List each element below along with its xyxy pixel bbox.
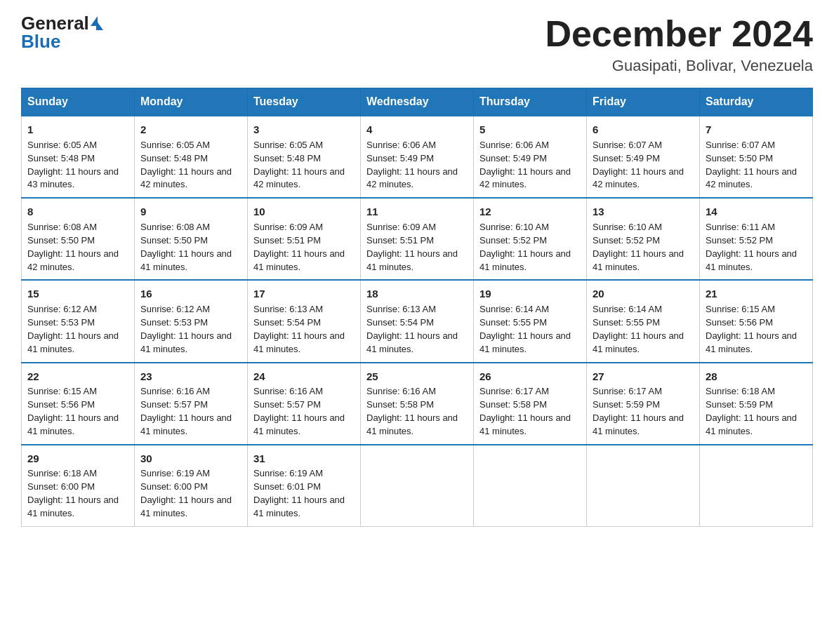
day-info: Sunrise: 6:05 AMSunset: 5:48 PMDaylight:… xyxy=(140,139,241,192)
calendar-cell: 31Sunrise: 6:19 AMSunset: 6:01 PMDayligh… xyxy=(248,445,361,527)
day-number: 26 xyxy=(479,369,581,384)
calendar-cell: 18Sunrise: 6:13 AMSunset: 5:54 PMDayligh… xyxy=(361,280,474,362)
day-info: Sunrise: 6:06 AMSunset: 5:49 PMDaylight:… xyxy=(479,139,581,192)
calendar-cell: 14Sunrise: 6:11 AMSunset: 5:52 PMDayligh… xyxy=(700,198,813,280)
day-info: Sunrise: 6:19 AMSunset: 6:01 PMDaylight:… xyxy=(253,467,355,520)
day-number: 13 xyxy=(593,204,694,220)
calendar-cell xyxy=(361,445,474,527)
calendar-cell: 1Sunrise: 6:05 AMSunset: 5:48 PMDaylight… xyxy=(22,116,135,198)
day-info: Sunrise: 6:16 AMSunset: 5:57 PMDaylight:… xyxy=(253,385,355,438)
day-number: 22 xyxy=(27,369,128,384)
calendar-cell: 13Sunrise: 6:10 AMSunset: 5:52 PMDayligh… xyxy=(587,198,700,280)
day-info: Sunrise: 6:15 AMSunset: 5:56 PMDaylight:… xyxy=(706,303,807,356)
day-info: Sunrise: 6:17 AMSunset: 5:59 PMDaylight:… xyxy=(593,385,694,438)
day-info: Sunrise: 6:18 AMSunset: 5:59 PMDaylight:… xyxy=(706,385,807,438)
day-number: 19 xyxy=(479,286,581,302)
day-number: 14 xyxy=(706,204,807,220)
page-header: General Blue December 2024 Guasipati, Bo… xyxy=(21,14,813,75)
calendar-cell: 16Sunrise: 6:12 AMSunset: 5:53 PMDayligh… xyxy=(135,280,248,362)
header-day-monday: Monday xyxy=(135,88,248,116)
header-day-sunday: Sunday xyxy=(22,88,135,116)
day-info: Sunrise: 6:16 AMSunset: 5:58 PMDaylight:… xyxy=(366,385,468,438)
day-number: 1 xyxy=(27,122,128,137)
calendar-cell: 5Sunrise: 6:06 AMSunset: 5:49 PMDaylight… xyxy=(474,116,587,198)
calendar-cell: 20Sunrise: 6:14 AMSunset: 5:55 PMDayligh… xyxy=(587,280,700,362)
title-block: December 2024 Guasipati, Bolivar, Venezu… xyxy=(545,14,813,75)
header-day-thursday: Thursday xyxy=(474,88,587,116)
day-info: Sunrise: 6:08 AMSunset: 5:50 PMDaylight:… xyxy=(27,221,128,274)
calendar-cell: 25Sunrise: 6:16 AMSunset: 5:58 PMDayligh… xyxy=(361,363,474,445)
calendar-cell: 28Sunrise: 6:18 AMSunset: 5:59 PMDayligh… xyxy=(700,363,813,445)
day-info: Sunrise: 6:07 AMSunset: 5:49 PMDaylight:… xyxy=(593,139,694,192)
day-number: 28 xyxy=(706,369,807,384)
logo-general-text: General xyxy=(21,14,89,32)
calendar-cell xyxy=(474,445,587,527)
day-info: Sunrise: 6:10 AMSunset: 5:52 PMDaylight:… xyxy=(593,221,694,274)
day-number: 23 xyxy=(140,369,241,384)
calendar-cell: 30Sunrise: 6:19 AMSunset: 6:00 PMDayligh… xyxy=(135,445,248,527)
day-info: Sunrise: 6:14 AMSunset: 5:55 PMDaylight:… xyxy=(479,303,581,356)
calendar-week-5: 29Sunrise: 6:18 AMSunset: 6:00 PMDayligh… xyxy=(22,445,813,527)
calendar-week-1: 1Sunrise: 6:05 AMSunset: 5:48 PMDaylight… xyxy=(22,116,813,198)
day-number: 4 xyxy=(366,122,468,137)
day-number: 20 xyxy=(593,286,694,302)
day-number: 18 xyxy=(366,286,468,302)
calendar-cell: 10Sunrise: 6:09 AMSunset: 5:51 PMDayligh… xyxy=(248,198,361,280)
day-number: 7 xyxy=(706,122,807,137)
calendar-cell: 24Sunrise: 6:16 AMSunset: 5:57 PMDayligh… xyxy=(248,363,361,445)
calendar-cell: 17Sunrise: 6:13 AMSunset: 5:54 PMDayligh… xyxy=(248,280,361,362)
day-number: 31 xyxy=(253,451,355,467)
day-number: 17 xyxy=(253,286,355,302)
day-info: Sunrise: 6:13 AMSunset: 5:54 PMDaylight:… xyxy=(366,303,468,356)
day-info: Sunrise: 6:15 AMSunset: 5:56 PMDaylight:… xyxy=(27,385,128,438)
day-info: Sunrise: 6:18 AMSunset: 6:00 PMDaylight:… xyxy=(27,467,128,520)
calendar-week-3: 15Sunrise: 6:12 AMSunset: 5:53 PMDayligh… xyxy=(22,280,813,362)
day-number: 10 xyxy=(253,204,355,220)
logo: General Blue xyxy=(21,14,103,51)
day-info: Sunrise: 6:19 AMSunset: 6:00 PMDaylight:… xyxy=(140,467,241,520)
day-info: Sunrise: 6:11 AMSunset: 5:52 PMDaylight:… xyxy=(706,221,807,274)
calendar-table: SundayMondayTuesdayWednesdayThursdayFrid… xyxy=(21,88,813,527)
day-number: 21 xyxy=(706,286,807,302)
day-number: 5 xyxy=(479,122,581,137)
calendar-cell: 12Sunrise: 6:10 AMSunset: 5:52 PMDayligh… xyxy=(474,198,587,280)
calendar-cell: 21Sunrise: 6:15 AMSunset: 5:56 PMDayligh… xyxy=(700,280,813,362)
day-number: 2 xyxy=(140,122,241,137)
calendar-cell: 22Sunrise: 6:15 AMSunset: 5:56 PMDayligh… xyxy=(22,363,135,445)
location-text: Guasipati, Bolivar, Venezuela xyxy=(545,57,813,75)
calendar-header: SundayMondayTuesdayWednesdayThursdayFrid… xyxy=(22,88,813,116)
day-info: Sunrise: 6:05 AMSunset: 5:48 PMDaylight:… xyxy=(27,139,128,192)
logo-blue-text: Blue xyxy=(21,32,60,51)
day-info: Sunrise: 6:14 AMSunset: 5:55 PMDaylight:… xyxy=(593,303,694,356)
day-info: Sunrise: 6:06 AMSunset: 5:49 PMDaylight:… xyxy=(366,139,468,192)
calendar-cell: 7Sunrise: 6:07 AMSunset: 5:50 PMDaylight… xyxy=(700,116,813,198)
day-info: Sunrise: 6:12 AMSunset: 5:53 PMDaylight:… xyxy=(140,303,241,356)
day-number: 15 xyxy=(27,286,128,302)
header-row: SundayMondayTuesdayWednesdayThursdayFrid… xyxy=(22,88,813,116)
calendar-cell: 27Sunrise: 6:17 AMSunset: 5:59 PMDayligh… xyxy=(587,363,700,445)
header-day-friday: Friday xyxy=(587,88,700,116)
day-number: 29 xyxy=(27,451,128,467)
day-info: Sunrise: 6:09 AMSunset: 5:51 PMDaylight:… xyxy=(253,221,355,274)
calendar-cell: 8Sunrise: 6:08 AMSunset: 5:50 PMDaylight… xyxy=(22,198,135,280)
day-info: Sunrise: 6:13 AMSunset: 5:54 PMDaylight:… xyxy=(253,303,355,356)
day-info: Sunrise: 6:12 AMSunset: 5:53 PMDaylight:… xyxy=(27,303,128,356)
calendar-cell: 23Sunrise: 6:16 AMSunset: 5:57 PMDayligh… xyxy=(135,363,248,445)
calendar-cell: 29Sunrise: 6:18 AMSunset: 6:00 PMDayligh… xyxy=(22,445,135,527)
day-number: 8 xyxy=(27,204,128,220)
header-day-saturday: Saturday xyxy=(700,88,813,116)
day-number: 27 xyxy=(593,369,694,384)
month-title: December 2024 xyxy=(545,14,813,54)
calendar-cell: 2Sunrise: 6:05 AMSunset: 5:48 PMDaylight… xyxy=(135,116,248,198)
calendar-cell: 19Sunrise: 6:14 AMSunset: 5:55 PMDayligh… xyxy=(474,280,587,362)
calendar-cell: 15Sunrise: 6:12 AMSunset: 5:53 PMDayligh… xyxy=(22,280,135,362)
calendar-body: 1Sunrise: 6:05 AMSunset: 5:48 PMDaylight… xyxy=(22,116,813,526)
day-info: Sunrise: 6:07 AMSunset: 5:50 PMDaylight:… xyxy=(706,139,807,192)
calendar-cell: 9Sunrise: 6:08 AMSunset: 5:50 PMDaylight… xyxy=(135,198,248,280)
calendar-week-2: 8Sunrise: 6:08 AMSunset: 5:50 PMDaylight… xyxy=(22,198,813,280)
day-number: 11 xyxy=(366,204,468,220)
day-info: Sunrise: 6:08 AMSunset: 5:50 PMDaylight:… xyxy=(140,221,241,274)
day-info: Sunrise: 6:09 AMSunset: 5:51 PMDaylight:… xyxy=(366,221,468,274)
calendar-week-4: 22Sunrise: 6:15 AMSunset: 5:56 PMDayligh… xyxy=(22,363,813,445)
day-number: 9 xyxy=(140,204,241,220)
